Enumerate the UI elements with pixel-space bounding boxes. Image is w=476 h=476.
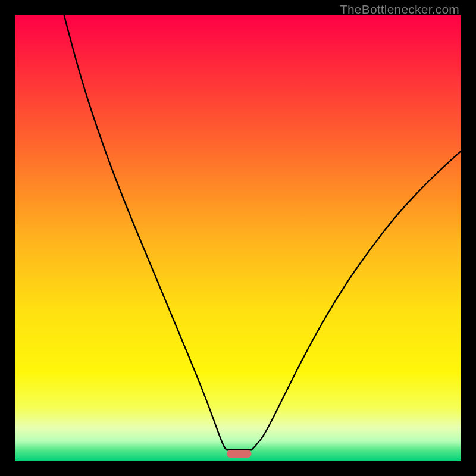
optimal-point-marker — [227, 450, 251, 458]
plot-area — [15, 15, 461, 461]
plot-svg — [15, 15, 461, 461]
chart-frame: TheBottlenecker.com — [0, 0, 476, 476]
